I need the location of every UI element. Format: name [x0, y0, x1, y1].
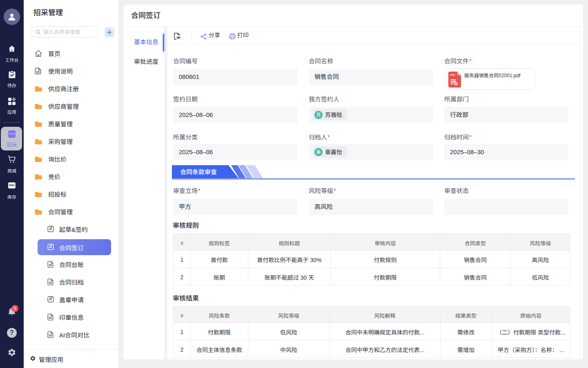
svg-text:PDF: PDF	[450, 74, 455, 76]
svg-text:合同条款审查: 合同条款审查	[180, 168, 217, 175]
